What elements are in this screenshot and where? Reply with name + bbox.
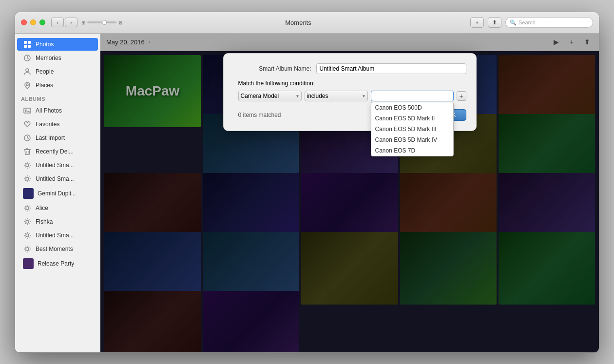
operator-select[interactable]: includes does not include is is not star… — [305, 91, 368, 101]
match-count: 0 items matched — [233, 112, 281, 118]
app-window: ‹ › ⊞ ⊠ Moments + ⬆ 🔍 Search — [15, 12, 599, 353]
svg-point-22 — [26, 234, 29, 237]
add-button[interactable]: + — [470, 17, 484, 28]
maximize-button[interactable] — [39, 19, 45, 25]
zoom-slider[interactable] — [87, 21, 116, 23]
svg-rect-1 — [28, 41, 31, 44]
back-button[interactable]: ‹ — [51, 18, 64, 27]
camera-model-dropdown: Canon EOS 500D Canon EOS 5D Mark II Cano… — [371, 102, 454, 156]
album-name-label: Smart Album Name: — [233, 65, 311, 72]
large-grid-icon: ⊠ — [118, 20, 122, 25]
sidebar-item-release-party[interactable]: Release Party — [17, 256, 98, 271]
condition-label: Match the following condition: — [233, 80, 315, 87]
dropdown-item-500d[interactable]: Canon EOS 500D — [371, 102, 453, 113]
dropdown-item-5d-mark-iii[interactable]: Canon EOS 5D Mark III — [371, 124, 453, 134]
titlebar-actions: + ⬆ 🔍 Search — [470, 17, 593, 28]
dropdown-item-5d-mark-iv[interactable]: Canon EOS 5D Mark IV — [371, 134, 453, 145]
places-icon — [23, 81, 32, 90]
places-label: Places — [36, 82, 53, 89]
recently-deleted-label: Recently Del... — [36, 148, 74, 155]
search-placeholder: Search — [518, 19, 536, 25]
forward-button[interactable]: › — [65, 18, 77, 27]
grid-icon: ⊞ — [81, 20, 85, 25]
titlebar: ‹ › ⊞ ⊠ Moments + ⬆ 🔍 Search — [15, 12, 599, 34]
gear-icon-6 — [23, 245, 32, 253]
release-party-label: Release Party — [38, 260, 74, 267]
alice-label: Alice — [36, 205, 48, 211]
svg-point-8 — [26, 84, 28, 86]
modal-overlay: Smart Album Name: Match the following co… — [100, 34, 599, 352]
svg-point-20 — [26, 207, 29, 210]
sidebar-item-untitled-sma-3[interactable]: Untitled Sma... — [17, 229, 98, 242]
content-area: May 20, 2016 › ▶ + ⬆ MacPaw — [100, 34, 599, 352]
photos-icon — [23, 40, 32, 49]
sidebar-item-all-photos[interactable]: All Photos — [17, 104, 98, 117]
memories-icon — [23, 54, 32, 62]
sidebar-item-alice[interactable]: Alice — [17, 202, 98, 214]
svg-point-18 — [26, 164, 29, 167]
sidebar-item-gemini[interactable]: Gemini Dupli... — [17, 186, 98, 201]
best-moments-label: Best Moments — [36, 246, 73, 252]
add-rule-button[interactable]: + — [457, 91, 466, 101]
sidebar-item-untitled-sma-2[interactable]: Untitled Sma... — [17, 172, 98, 185]
all-photos-label: All Photos — [36, 107, 62, 114]
sidebar-item-last-import[interactable]: Last Import — [17, 132, 98, 144]
traffic-lights — [21, 19, 45, 25]
minimize-button[interactable] — [30, 19, 36, 25]
condition-row: Camera Model Aperture ISO Shutter Speed … — [233, 91, 466, 101]
untitled-sma-3-label: Untitled Sma... — [36, 232, 74, 239]
search-box[interactable]: 🔍 Search — [505, 17, 593, 28]
svg-rect-3 — [28, 45, 31, 48]
sidebar-item-fishka[interactable]: Fishka — [17, 215, 98, 228]
people-label: People — [36, 68, 54, 75]
albums-section-header: Albums — [15, 92, 100, 104]
sidebar-item-untitled-sma-1[interactable]: Untitled Sma... — [17, 159, 98, 172]
smart-album-modal: Smart Album Name: Match the following co… — [223, 53, 477, 131]
gear-icon-3 — [23, 204, 32, 212]
sidebar: Photos Memories — [15, 34, 100, 352]
window-title: Moments — [126, 19, 470, 26]
svg-point-23 — [26, 248, 29, 250]
last-import-icon — [23, 134, 32, 142]
sidebar-item-memories[interactable]: Memories — [17, 52, 98, 64]
svg-point-19 — [26, 177, 29, 180]
slider-container: ⊞ ⊠ — [81, 20, 122, 25]
sidebar-item-favorites[interactable]: Favorites — [17, 118, 98, 131]
sidebar-item-places[interactable]: Places — [17, 79, 98, 92]
favorites-label: Favorites — [36, 121, 59, 128]
svg-point-21 — [26, 220, 29, 223]
condition-input-wrapper: Canon EOS 500D Canon EOS 5D Mark II Cano… — [371, 91, 454, 101]
svg-rect-2 — [24, 45, 27, 48]
gemini-thumb — [23, 188, 34, 199]
sidebar-item-photos[interactable]: Photos — [17, 38, 98, 51]
sidebar-item-best-moments[interactable]: Best Moments — [17, 243, 98, 255]
operator-select-wrapper: includes does not include is is not star… — [305, 91, 368, 101]
gear-icon-4 — [23, 217, 32, 226]
share-button[interactable]: ⬆ — [488, 17, 501, 28]
svg-line-13 — [27, 138, 29, 139]
close-button[interactable] — [21, 19, 27, 25]
fishka-label: Fishka — [36, 218, 53, 225]
sidebar-item-people[interactable]: People — [17, 65, 98, 78]
people-icon — [23, 67, 32, 76]
sidebar-item-recently-deleted[interactable]: Recently Del... — [17, 145, 98, 158]
album-name-input[interactable] — [316, 63, 466, 74]
all-photos-icon — [23, 106, 32, 115]
svg-rect-0 — [24, 41, 27, 44]
svg-line-6 — [27, 58, 29, 59]
field-select[interactable]: Camera Model Aperture ISO Shutter Speed … — [238, 91, 302, 101]
main-content: Photos Memories — [15, 34, 599, 352]
trash-icon — [23, 147, 32, 156]
last-import-label: Last Import — [36, 134, 65, 141]
dropdown-item-5d-mark-ii[interactable]: Canon EOS 5D Mark II — [371, 113, 453, 124]
svg-point-7 — [26, 69, 29, 72]
condition-text-input[interactable] — [371, 91, 454, 101]
dropdown-item-7d[interactable]: Canon EOS 7D — [371, 145, 453, 156]
gear-icon-5 — [23, 231, 32, 240]
field-select-wrapper: Camera Model Aperture ISO Shutter Speed … — [238, 91, 302, 101]
untitled-sma-2-label: Untitled Sma... — [36, 175, 74, 182]
untitled-sma-1-label: Untitled Sma... — [36, 162, 74, 169]
nav-buttons: ‹ › — [51, 18, 77, 27]
release-party-thumb — [23, 258, 34, 269]
favorites-icon — [23, 120, 32, 129]
